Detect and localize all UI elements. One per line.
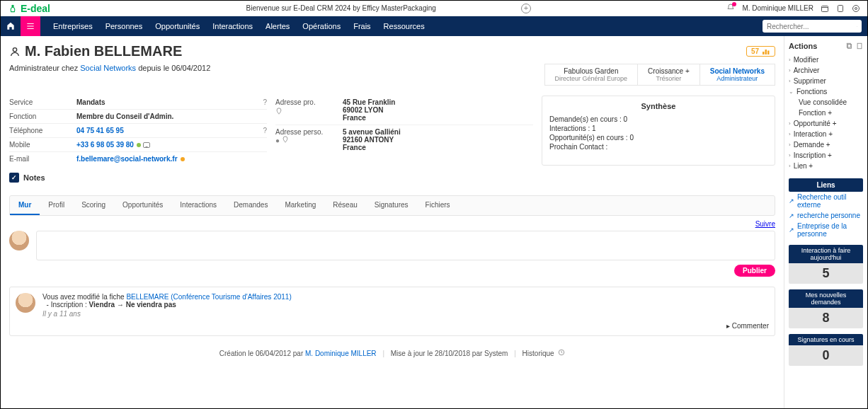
action-supprimer[interactable]: ›Supprimer xyxy=(789,76,863,86)
current-user[interactable]: M. Dominique MILLER xyxy=(742,4,813,12)
tab-interactions[interactable]: Interactions xyxy=(171,196,225,215)
search-input[interactable] xyxy=(767,23,857,30)
action-archiver[interactable]: ›Archiver xyxy=(789,65,863,76)
svg-rect-9 xyxy=(767,50,770,54)
footer-meta: Création le 06/04/2012 par M. Dominique … xyxy=(9,349,775,357)
history-icon[interactable] xyxy=(558,349,565,356)
nav-interactions[interactable]: Interactions xyxy=(212,22,253,30)
welcome-text: Bienvenue sur E-Deal CRM 2024 by Efficy … xyxy=(246,4,436,12)
calendar-icon[interactable] xyxy=(821,4,829,13)
main-nav: Entreprises Personnes Opportunités Inter… xyxy=(1,16,867,36)
action-demande[interactable]: ›Demande + xyxy=(789,139,863,150)
role-summary: Administrateur chez Social Networks depu… xyxy=(9,64,210,72)
tab-mur[interactable]: Mur xyxy=(10,196,40,215)
lien-recherche-externe[interactable]: ↗Recherche outil externe xyxy=(789,192,863,210)
role-cell-1[interactable]: Croissance +Trésorier xyxy=(637,64,699,85)
liens-title: Liens xyxy=(789,178,863,192)
nav-ressources[interactable]: Ressources xyxy=(384,22,425,30)
tab-demandes[interactable]: Demandes xyxy=(225,196,276,215)
home-icon[interactable] xyxy=(1,16,21,36)
synthese-title: Synthèse xyxy=(549,102,767,110)
tablet-icon[interactable] xyxy=(836,4,845,13)
settings-icon[interactable] xyxy=(852,4,860,13)
copy-icon[interactable] xyxy=(846,42,853,50)
svg-point-3 xyxy=(855,7,857,9)
action-lien[interactable]: ›Lien + xyxy=(789,161,863,171)
help-icon[interactable]: ? xyxy=(263,127,267,134)
svg-rect-8 xyxy=(765,50,767,54)
action-fonctions[interactable]: ⌄Fonctions xyxy=(789,86,863,97)
avatar xyxy=(16,293,35,313)
checkbox-icon: ✓ xyxy=(9,173,19,183)
action-vue-consolidee[interactable]: Vue consolidée xyxy=(789,97,863,108)
lien-entreprise[interactable]: ↗Entreprise de la personne xyxy=(789,221,863,239)
nav-entreprises[interactable]: Entreprises xyxy=(53,22,93,30)
publish-button[interactable]: Publier xyxy=(734,265,775,277)
role-cell-2[interactable]: Social NetworksAdministrateur xyxy=(699,64,775,85)
tabs: Mur Profil Scoring Opportunités Interact… xyxy=(9,195,775,216)
help-icon[interactable]: ? xyxy=(263,98,267,106)
svg-rect-1 xyxy=(821,6,828,11)
feed-link[interactable]: BELLEMARE (Conférence Tourisme d'Affaire… xyxy=(126,293,291,301)
action-modifier[interactable]: ›Modifier xyxy=(789,54,863,65)
fields-left: ServiceMandats? FonctionMembre du Consei… xyxy=(9,96,267,166)
content-area: M. Fabien BELLEMARE 57 Administrateur ch… xyxy=(1,36,784,408)
tab-signatures[interactable]: Signatures xyxy=(366,196,417,215)
stat-demandes[interactable]: Mes nouvelles demandes 8 xyxy=(789,289,863,328)
nav-operations[interactable]: Opérations xyxy=(302,22,341,30)
svg-rect-2 xyxy=(838,5,843,11)
nav-frais[interactable]: Frais xyxy=(353,22,370,30)
nav-opportunites[interactable]: Opportunités xyxy=(155,22,200,30)
pin-icon[interactable] xyxy=(282,136,289,143)
notifications-icon[interactable] xyxy=(726,4,735,13)
lien-recherche-personne[interactable]: ↗recherche personne xyxy=(789,210,863,221)
action-opportunite[interactable]: ›Opportunité + xyxy=(789,118,863,129)
tab-marketing[interactable]: Marketing xyxy=(276,196,324,215)
nav-personnes[interactable]: Personnes xyxy=(105,22,143,30)
feed-timestamp: Il y a 11 ans xyxy=(42,310,769,318)
action-inscription[interactable]: ›Inscription + xyxy=(789,150,863,161)
actions-title: Actions xyxy=(789,42,863,50)
tab-opportunites[interactable]: Opportunités xyxy=(114,196,171,215)
tab-profil[interactable]: Profil xyxy=(40,196,73,215)
logo-icon xyxy=(8,4,18,13)
avatar xyxy=(9,231,29,250)
action-interaction[interactable]: ›Interaction + xyxy=(789,129,863,139)
top-right: M. Dominique MILLER xyxy=(726,4,860,13)
phone-link[interactable]: 04 75 41 65 95 xyxy=(76,127,124,134)
status-dot-icon xyxy=(181,157,185,161)
post-input[interactable] xyxy=(36,231,775,260)
chat-icon[interactable] xyxy=(143,142,150,148)
person-icon xyxy=(9,46,21,57)
role-cell-0[interactable]: Fabulous GardenDirecteur Général Europe xyxy=(545,64,638,85)
search-icon[interactable] xyxy=(857,23,857,30)
nav-items: Entreprises Personnes Opportunités Inter… xyxy=(40,22,438,30)
pin-icon[interactable] xyxy=(275,108,282,115)
add-icon[interactable]: + xyxy=(521,4,531,13)
role-company-link[interactable]: Social Networks xyxy=(80,64,136,72)
action-fonction-plus[interactable]: Fonction + xyxy=(789,108,863,118)
comment-link[interactable]: Commenter xyxy=(732,322,769,330)
tab-scoring[interactable]: Scoring xyxy=(73,196,114,215)
tab-reseau[interactable]: Réseau xyxy=(324,196,365,215)
score-badge[interactable]: 57 xyxy=(746,46,775,57)
roles-grid: Fabulous GardenDirecteur Général Europe … xyxy=(544,64,775,86)
notes-toggle[interactable]: ✓ Notes xyxy=(9,173,775,183)
doc-icon[interactable] xyxy=(856,42,863,50)
svg-point-5 xyxy=(857,26,857,27)
email-link[interactable]: f.bellemare@social-network.fr xyxy=(76,155,178,163)
status-dot-icon xyxy=(137,143,141,147)
menu-icon[interactable] xyxy=(21,16,40,36)
sidebar: Actions ›Modifier ›Archiver ›Supprimer ⌄… xyxy=(784,36,867,408)
stat-interactions[interactable]: Interaction à faire aujourd'hui 5 xyxy=(789,245,863,284)
stat-signatures[interactable]: Signatures en cours 0 xyxy=(789,334,863,366)
follow-link[interactable]: Suivre xyxy=(755,220,775,228)
logo[interactable]: E-deal xyxy=(8,3,50,14)
creator-link[interactable]: M. Dominique MILLER xyxy=(305,350,377,357)
page-title: M. Fabien BELLEMARE xyxy=(9,43,182,59)
mobile-link[interactable]: +33 6 98 05 39 80 xyxy=(76,141,134,149)
svg-rect-7 xyxy=(763,52,765,54)
feed-item: Vous avez modifié la fiche BELLEMARE (Co… xyxy=(9,287,775,336)
tab-fichiers[interactable]: Fichiers xyxy=(417,196,459,215)
nav-alertes[interactable]: Alertes xyxy=(265,22,290,30)
